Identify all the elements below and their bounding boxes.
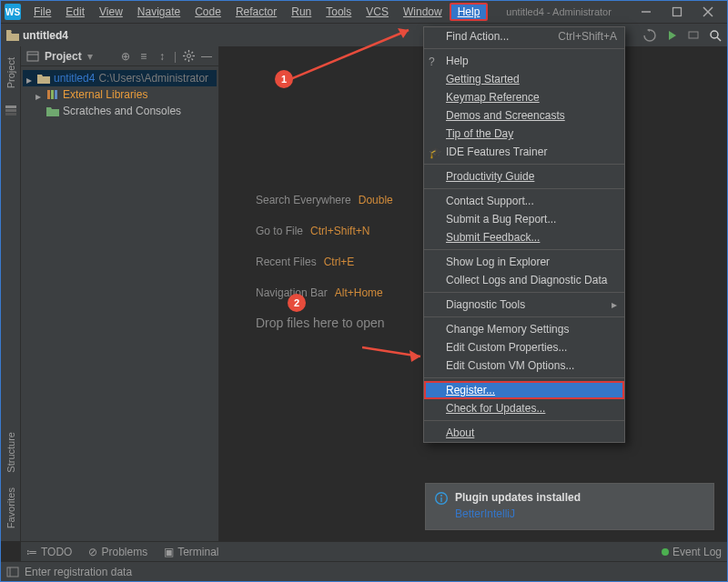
- chevron-right-icon[interactable]: ▸: [26, 74, 35, 83]
- menu-submit-feedback[interactable]: Submit Feedback...: [424, 228, 624, 246]
- annotation-badge-1: 1: [275, 70, 293, 88]
- svg-point-7: [711, 31, 718, 38]
- menu-navigate[interactable]: Navigate: [130, 3, 187, 21]
- menu-vcs[interactable]: VCS: [359, 3, 396, 21]
- menu-find-action[interactable]: Find Action...Ctrl+Shift+A: [424, 27, 624, 45]
- menu-about[interactable]: About: [424, 424, 624, 442]
- menu-productivity-guide[interactable]: Productivity Guide: [424, 167, 624, 186]
- menu-refactor[interactable]: Refactor: [228, 3, 284, 21]
- libraries-icon: [46, 89, 59, 100]
- toolwin-project-tab[interactable]: Project: [4, 50, 18, 95]
- menu-tools[interactable]: Tools: [318, 3, 359, 21]
- svg-rect-9: [5, 105, 16, 108]
- menu-code[interactable]: Code: [187, 3, 228, 21]
- annotation-arrow-2: [362, 342, 435, 366]
- toolwin-favorites-tab[interactable]: Favorites: [4, 480, 18, 536]
- build-icon[interactable]: [665, 29, 678, 42]
- menu-keymap-reference[interactable]: Keymap Reference: [424, 88, 624, 106]
- welcome-go-to-file: Go to FileCtrl+Shift+N: [256, 223, 393, 237]
- svg-rect-6: [689, 32, 698, 38]
- presentation-icon[interactable]: [687, 29, 700, 42]
- menu-edit[interactable]: Edit: [58, 3, 92, 21]
- project-panel-title[interactable]: Project: [45, 50, 82, 63]
- plugin-update-notification[interactable]: Plugin updates installed BetterIntelliJ: [425, 483, 714, 530]
- status-text: Enter registration data: [25, 566, 132, 578]
- folder-icon: [37, 73, 50, 84]
- menu-ide-features-trainer[interactable]: 🎓IDE Features Trainer: [424, 143, 624, 161]
- toolwin-structure-tab[interactable]: Structure: [4, 425, 18, 480]
- menu-change-memory[interactable]: Change Memory Settings: [424, 320, 624, 338]
- breadcrumb-name[interactable]: untitled4: [23, 29, 68, 42]
- tree-root-path: C:\Users\Administrator: [98, 72, 208, 85]
- gear-icon[interactable]: [182, 50, 195, 63]
- welcome-navigation-bar: Navigation BarAlt+Home: [256, 285, 393, 299]
- svg-marker-4: [647, 29, 650, 32]
- folder-icon: [6, 30, 19, 41]
- notification-link[interactable]: BetterIntelliJ: [455, 507, 581, 520]
- submenu-arrow-icon: ▸: [612, 298, 617, 311]
- notification-title: Plugin updates installed: [455, 491, 581, 504]
- svg-point-14: [187, 55, 190, 58]
- menu-register[interactable]: Register...: [424, 381, 624, 399]
- window-close-button[interactable]: [693, 2, 723, 22]
- window-title: untitled4 - Administrator: [506, 6, 612, 17]
- menu-contact-support[interactable]: Contact Support...: [424, 192, 624, 210]
- svg-rect-12: [27, 52, 38, 61]
- tree-scratches[interactable]: ▸ Scratches and Consoles: [23, 103, 217, 119]
- menu-help-topic[interactable]: ?Help: [424, 52, 624, 70]
- menu-help[interactable]: Help: [450, 3, 489, 21]
- menu-view[interactable]: View: [92, 3, 130, 21]
- trainer-icon: 🎓: [429, 146, 440, 157]
- chevron-right-icon[interactable]: ▸: [35, 90, 45, 99]
- annotation-arrow-1: [290, 25, 427, 85]
- app-icon: WS: [5, 4, 21, 20]
- menu-submit-bug[interactable]: Submit a Bug Report...: [424, 210, 624, 228]
- menu-edit-custom-properties[interactable]: Edit Custom Properties...: [424, 338, 624, 356]
- hide-panel-icon[interactable]: —: [200, 50, 213, 63]
- svg-line-31: [290, 30, 409, 79]
- tree-root-name: untitled4: [54, 72, 95, 85]
- todo-icon: ≔: [26, 546, 37, 558]
- menu-window[interactable]: Window: [396, 3, 450, 21]
- tree-scratch-label: Scratches and Consoles: [63, 105, 181, 117]
- question-icon: ?: [429, 55, 440, 66]
- menu-tip-of-the-day[interactable]: Tip of the Day: [424, 125, 624, 143]
- status-panels-icon[interactable]: [6, 566, 19, 578]
- menu-edit-custom-vm-options[interactable]: Edit Custom VM Options...: [424, 356, 624, 375]
- menu-demos-screencasts[interactable]: Demos and Screencasts: [424, 106, 624, 125]
- project-view-icon: [26, 50, 39, 63]
- svg-line-8: [717, 37, 721, 41]
- window-minimize-button[interactable]: [631, 2, 662, 22]
- tree-root[interactable]: ▸ untitled4 C:\Users\Administrator: [23, 70, 217, 86]
- svg-rect-11: [5, 113, 16, 115]
- menu-show-log-explorer[interactable]: Show Log in Explorer: [424, 253, 624, 271]
- svg-marker-5: [669, 31, 676, 40]
- info-icon: [435, 492, 448, 505]
- svg-line-19: [185, 52, 187, 54]
- menu-diagnostic-tools[interactable]: Diagnostic Tools▸: [424, 296, 624, 314]
- menu-getting-started[interactable]: Getting Started: [424, 70, 624, 88]
- scratches-icon: [46, 105, 59, 116]
- vcs-update-icon[interactable]: [643, 29, 656, 42]
- tree-lib-label: External Libraries: [63, 88, 147, 101]
- toolwin-todo[interactable]: ≔TODO: [26, 546, 72, 558]
- toolwin-terminal[interactable]: ▣Terminal: [164, 546, 218, 558]
- svg-marker-34: [410, 350, 420, 362]
- project-tool-window: Project ▾ ⊕ ≡ ↕ | — ▸ untitled4 C:\Users…: [21, 46, 219, 541]
- svg-rect-25: [55, 90, 57, 99]
- scroll-from-source-icon[interactable]: ⊕: [119, 50, 132, 63]
- toolwin-problems[interactable]: ⊘Problems: [88, 546, 147, 558]
- menu-collect-logs[interactable]: Collect Logs and Diagnostic Data: [424, 271, 624, 289]
- expand-all-icon[interactable]: ≡: [137, 50, 150, 63]
- svg-point-27: [440, 495, 442, 497]
- menu-check-updates[interactable]: Check for Updates...: [424, 399, 624, 417]
- menu-file[interactable]: File: [26, 3, 58, 21]
- layers-icon[interactable]: [4, 103, 18, 117]
- toolwin-eventlog[interactable]: Event Log: [662, 546, 722, 558]
- window-maximize-button[interactable]: [662, 2, 693, 22]
- search-icon[interactable]: [709, 29, 722, 42]
- collapse-all-icon[interactable]: ↕: [156, 50, 168, 63]
- menu-run[interactable]: Run: [284, 3, 318, 21]
- tree-external-libraries[interactable]: ▸ External Libraries: [23, 86, 217, 103]
- svg-line-22: [185, 59, 187, 61]
